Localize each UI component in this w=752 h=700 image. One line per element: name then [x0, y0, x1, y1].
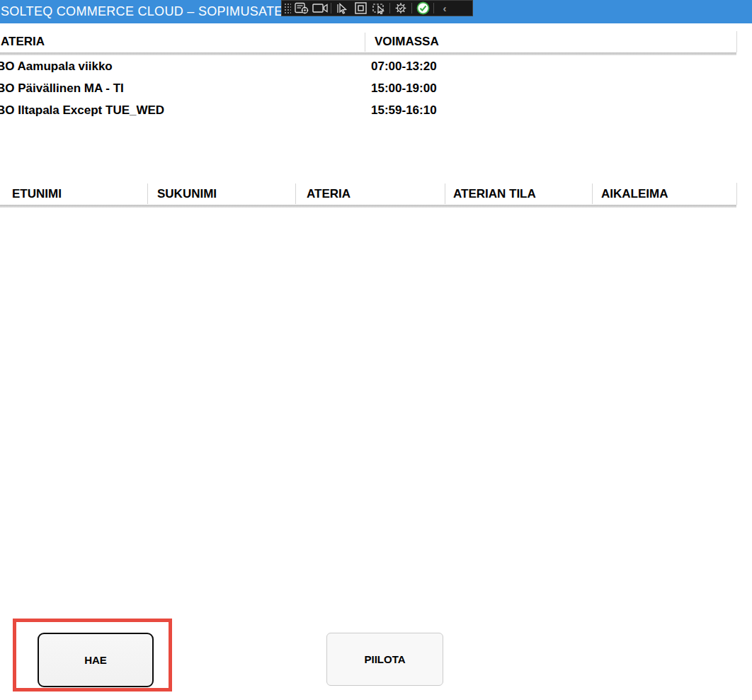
- meals-table-header: ATERIA VOIMASSA: [0, 31, 737, 52]
- column-header-etunimi[interactable]: ETUNIMI: [12, 183, 62, 205]
- meal-hours: 07:00-13:20: [371, 55, 437, 77]
- toolbar-divider: [389, 3, 390, 13]
- orders-table-header: ETUNIMI SUKUNIMI ATERIA ATERIAN TILA AIK…: [0, 183, 737, 205]
- header-bottom-border: [0, 205, 736, 208]
- column-divider[interactable]: [592, 184, 593, 204]
- window-title: SOLTEQ COMMERCE CLOUD – SOPIMUSATERIA: [1, 0, 305, 23]
- column-divider[interactable]: [365, 33, 365, 52]
- collapse-chevron-icon[interactable]: ‹: [435, 1, 454, 16]
- piilota-button[interactable]: PIILOTA: [326, 633, 443, 686]
- grip-handle-icon[interactable]: [284, 2, 291, 14]
- toolbar-divider: [433, 3, 434, 13]
- column-header-ateria2[interactable]: ATERIA: [307, 183, 351, 205]
- meal-name: BO Päivällinen MA - TI: [0, 77, 124, 99]
- recording-options-icon[interactable]: [292, 1, 311, 16]
- cursor-region-icon[interactable]: [370, 1, 388, 16]
- column-header-aterian-tila[interactable]: ATERIAN TILA: [453, 183, 536, 205]
- column-divider[interactable]: [445, 184, 445, 204]
- meal-name: BO Aamupala viikko: [0, 55, 113, 77]
- column-header-ateria[interactable]: ATERIA: [1, 31, 45, 52]
- column-divider[interactable]: [147, 184, 148, 204]
- column-header-voimassa[interactable]: VOIMASSA: [375, 31, 439, 52]
- toolbar-divider: [331, 3, 331, 13]
- region-select-icon[interactable]: [351, 1, 370, 16]
- video-camera-icon[interactable]: [311, 1, 329, 16]
- meal-name: BO Iltapala Except TUE_WED: [0, 99, 164, 121]
- table-row[interactable]: BO Aamupala viikko 07:00-13:20: [0, 55, 737, 77]
- table-row[interactable]: BO Päivällinen MA - TI 15:00-19:00: [0, 77, 737, 99]
- settings-gear-icon[interactable]: [392, 1, 410, 16]
- confirm-check-icon[interactable]: [414, 1, 432, 16]
- meal-hours: 15:00-19:00: [371, 77, 437, 99]
- column-header-sukunimi[interactable]: SUKUNIMI: [157, 183, 217, 205]
- cursor-capture-icon[interactable]: [333, 1, 351, 16]
- column-header-aikaleima[interactable]: AIKALEIMA: [601, 183, 668, 205]
- toolbar-divider: [411, 3, 412, 13]
- column-divider[interactable]: [295, 184, 296, 204]
- recorder-toolbar: ‹: [281, 0, 473, 16]
- meal-hours: 15:59-16:10: [371, 99, 437, 121]
- table-row[interactable]: BO Iltapala Except TUE_WED 15:59-16:10: [0, 99, 737, 121]
- hae-button[interactable]: HAE: [38, 633, 154, 687]
